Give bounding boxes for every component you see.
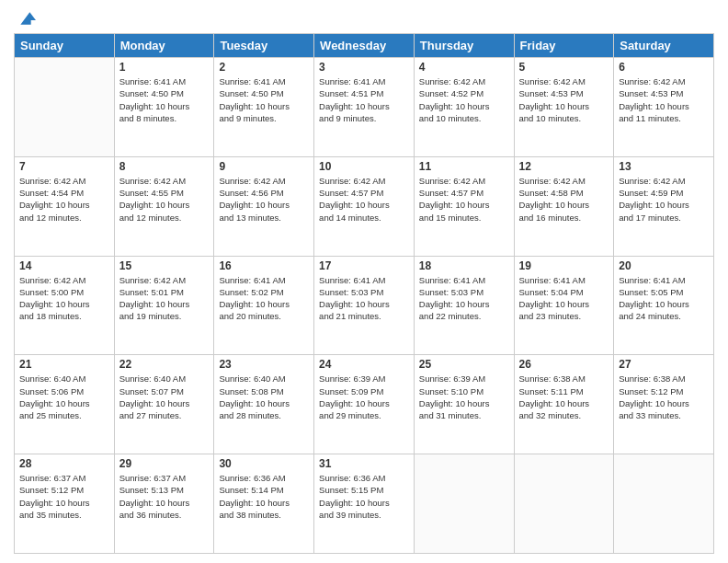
day-number: 16 [219, 259, 309, 272]
day-info: Sunrise: 6:41 AM Sunset: 5:02 PM Dayligh… [219, 274, 309, 323]
day-info: Sunrise: 6:39 AM Sunset: 5:10 PM Dayligh… [419, 373, 509, 421]
svg-marker-0 [20, 12, 36, 24]
day-cell: 17Sunrise: 6:41 AM Sunset: 5:03 PM Dayli… [314, 256, 415, 355]
week-row-4: 28Sunrise: 6:37 AM Sunset: 5:12 PM Dayli… [15, 454, 714, 554]
day-cell: 28Sunrise: 6:37 AM Sunset: 5:12 PM Dayli… [15, 454, 115, 554]
day-info: Sunrise: 6:42 AM Sunset: 4:55 PM Dayligh… [119, 175, 210, 224]
day-number: 22 [119, 358, 210, 371]
logo [14, 9, 36, 28]
day-cell: 22Sunrise: 6:40 AM Sunset: 5:07 PM Dayli… [114, 355, 214, 454]
day-cell: 21Sunrise: 6:40 AM Sunset: 5:06 PM Dayli… [15, 355, 115, 454]
day-cell: 7Sunrise: 6:42 AM Sunset: 4:54 PM Daylig… [15, 156, 115, 256]
day-info: Sunrise: 6:39 AM Sunset: 5:09 PM Dayligh… [319, 373, 409, 421]
day-cell: 23Sunrise: 6:40 AM Sunset: 5:08 PM Dayli… [214, 355, 314, 454]
day-number: 29 [119, 457, 210, 470]
day-number: 2 [219, 61, 309, 74]
day-info: Sunrise: 6:42 AM Sunset: 4:56 PM Dayligh… [219, 175, 309, 224]
day-number: 6 [619, 61, 709, 74]
day-info: Sunrise: 6:38 AM Sunset: 5:11 PM Dayligh… [519, 373, 609, 421]
day-cell: 12Sunrise: 6:42 AM Sunset: 4:58 PM Dayli… [514, 156, 614, 256]
day-cell: 16Sunrise: 6:41 AM Sunset: 5:02 PM Dayli… [214, 256, 314, 355]
day-number: 26 [519, 358, 609, 371]
header-cell-friday: Friday [514, 34, 614, 58]
header-cell-saturday: Saturday [614, 34, 714, 58]
day-info: Sunrise: 6:41 AM Sunset: 5:03 PM Dayligh… [419, 274, 509, 323]
day-cell: 10Sunrise: 6:42 AM Sunset: 4:57 PM Dayli… [314, 156, 415, 256]
day-number: 13 [619, 160, 709, 173]
day-number: 18 [419, 259, 509, 272]
day-number: 14 [19, 259, 109, 272]
day-cell: 13Sunrise: 6:42 AM Sunset: 4:59 PM Dayli… [614, 156, 714, 256]
page: SundayMondayTuesdayWednesdayThursdayFrid… [0, 0, 728, 563]
logo-text [14, 9, 36, 28]
day-cell: 30Sunrise: 6:36 AM Sunset: 5:14 PM Dayli… [214, 454, 314, 554]
day-cell: 6Sunrise: 6:42 AM Sunset: 4:53 PM Daylig… [614, 58, 714, 157]
day-cell: 25Sunrise: 6:39 AM Sunset: 5:10 PM Dayli… [414, 355, 514, 454]
day-cell [15, 58, 115, 157]
day-info: Sunrise: 6:41 AM Sunset: 5:05 PM Dayligh… [619, 274, 709, 323]
logo-icon [17, 9, 36, 28]
day-info: Sunrise: 6:40 AM Sunset: 5:06 PM Dayligh… [19, 373, 109, 421]
header-cell-sunday: Sunday [15, 34, 115, 58]
day-cell: 8Sunrise: 6:42 AM Sunset: 4:55 PM Daylig… [114, 156, 214, 256]
header-row: SundayMondayTuesdayWednesdayThursdayFrid… [15, 34, 714, 58]
day-number: 12 [519, 160, 609, 173]
day-cell: 2Sunrise: 6:41 AM Sunset: 4:50 PM Daylig… [214, 58, 314, 157]
day-info: Sunrise: 6:41 AM Sunset: 5:03 PM Dayligh… [319, 274, 409, 323]
week-row-1: 7Sunrise: 6:42 AM Sunset: 4:54 PM Daylig… [15, 156, 714, 256]
day-cell: 9Sunrise: 6:42 AM Sunset: 4:56 PM Daylig… [214, 156, 314, 256]
day-info: Sunrise: 6:41 AM Sunset: 5:04 PM Dayligh… [519, 274, 609, 323]
day-cell: 18Sunrise: 6:41 AM Sunset: 5:03 PM Dayli… [414, 256, 514, 355]
day-info: Sunrise: 6:42 AM Sunset: 5:01 PM Dayligh… [119, 274, 210, 323]
day-info: Sunrise: 6:42 AM Sunset: 4:57 PM Dayligh… [419, 175, 509, 224]
day-number: 28 [19, 457, 109, 470]
day-info: Sunrise: 6:41 AM Sunset: 4:50 PM Dayligh… [219, 75, 309, 124]
calendar-table: SundayMondayTuesdayWednesdayThursdayFrid… [14, 33, 714, 554]
day-cell: 15Sunrise: 6:42 AM Sunset: 5:01 PM Dayli… [114, 256, 214, 355]
day-number: 15 [119, 259, 210, 272]
day-cell: 27Sunrise: 6:38 AM Sunset: 5:12 PM Dayli… [614, 355, 714, 454]
day-info: Sunrise: 6:40 AM Sunset: 5:07 PM Dayligh… [119, 373, 210, 421]
header-cell-wednesday: Wednesday [314, 34, 415, 58]
day-number: 1 [119, 61, 210, 74]
week-row-2: 14Sunrise: 6:42 AM Sunset: 5:00 PM Dayli… [15, 256, 714, 355]
day-number: 7 [19, 160, 109, 173]
day-info: Sunrise: 6:42 AM Sunset: 4:53 PM Dayligh… [519, 75, 609, 124]
day-info: Sunrise: 6:42 AM Sunset: 4:53 PM Dayligh… [619, 75, 709, 124]
day-info: Sunrise: 6:42 AM Sunset: 4:52 PM Dayligh… [419, 75, 509, 124]
day-cell [614, 454, 714, 554]
day-number: 20 [619, 259, 709, 272]
day-info: Sunrise: 6:42 AM Sunset: 4:58 PM Dayligh… [519, 175, 609, 224]
day-info: Sunrise: 6:42 AM Sunset: 4:54 PM Dayligh… [19, 175, 109, 224]
day-info: Sunrise: 6:42 AM Sunset: 4:57 PM Dayligh… [319, 175, 409, 224]
day-number: 24 [319, 358, 409, 371]
day-cell: 19Sunrise: 6:41 AM Sunset: 5:04 PM Dayli… [514, 256, 614, 355]
day-number: 19 [519, 259, 609, 272]
day-cell: 20Sunrise: 6:41 AM Sunset: 5:05 PM Dayli… [614, 256, 714, 355]
day-number: 31 [319, 457, 409, 470]
day-info: Sunrise: 6:42 AM Sunset: 5:00 PM Dayligh… [19, 274, 109, 323]
day-number: 17 [319, 259, 409, 272]
day-cell [514, 454, 614, 554]
day-info: Sunrise: 6:40 AM Sunset: 5:08 PM Dayligh… [219, 373, 309, 421]
day-cell: 4Sunrise: 6:42 AM Sunset: 4:52 PM Daylig… [414, 58, 514, 157]
day-number: 23 [219, 358, 309, 371]
day-number: 3 [319, 61, 409, 74]
day-number: 25 [419, 358, 509, 371]
week-row-0: 1Sunrise: 6:41 AM Sunset: 4:50 PM Daylig… [15, 58, 714, 157]
day-cell [414, 454, 514, 554]
day-number: 21 [19, 358, 109, 371]
day-cell: 24Sunrise: 6:39 AM Sunset: 5:09 PM Dayli… [314, 355, 415, 454]
day-cell: 31Sunrise: 6:36 AM Sunset: 5:15 PM Dayli… [314, 454, 415, 554]
day-number: 11 [419, 160, 509, 173]
day-cell: 29Sunrise: 6:37 AM Sunset: 5:13 PM Dayli… [114, 454, 214, 554]
day-cell: 14Sunrise: 6:42 AM Sunset: 5:00 PM Dayli… [15, 256, 115, 355]
day-info: Sunrise: 6:36 AM Sunset: 5:15 PM Dayligh… [319, 472, 409, 521]
day-info: Sunrise: 6:38 AM Sunset: 5:12 PM Dayligh… [619, 373, 709, 421]
day-number: 30 [219, 457, 309, 470]
day-number: 10 [319, 160, 409, 173]
day-number: 4 [419, 61, 509, 74]
header [14, 9, 714, 28]
day-info: Sunrise: 6:41 AM Sunset: 4:50 PM Dayligh… [119, 75, 210, 124]
day-number: 9 [219, 160, 309, 173]
